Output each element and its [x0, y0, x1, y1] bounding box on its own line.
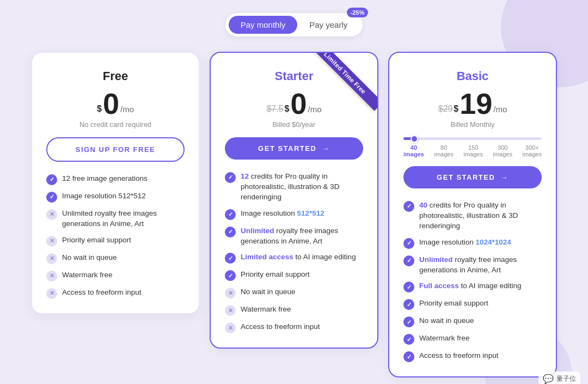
list-item: ✓ 12 free image generations [46, 174, 185, 185]
watermark-icon: 💬 [543, 374, 554, 384]
discount-badge: -25% [347, 8, 369, 17]
arrow-icon: → [322, 144, 330, 153]
arrow-icon: → [500, 173, 509, 181]
basic-plan-card: Basic $29 $ 19 /mo Billed Monthly 40imag… [388, 52, 557, 377]
feature-text: Image resolution 512*512 [241, 209, 324, 219]
free-plan-name: Free [46, 69, 185, 83]
feature-text: No wait in queue [419, 316, 474, 326]
list-item: ✓ 40 credits for Pro quality in photorea… [403, 200, 542, 231]
check-icon: ✓ [46, 174, 57, 185]
free-currency: $ [97, 104, 102, 114]
pricing-cards: Free $ 0 /mo No credit card required SIG… [16, 52, 572, 377]
list-item: ✓ Unlimited royalty free images generati… [403, 255, 542, 276]
list-item: ✓ Access to freeform input [403, 351, 542, 362]
list-item: ✕ Priority email support [46, 235, 185, 247]
list-item: ✓ Priority email support [403, 298, 542, 310]
free-feature-list: ✓ 12 free image generations ✓ Image reso… [46, 174, 185, 299]
cross-icon: ✕ [225, 305, 236, 316]
basic-amount: 19 [460, 89, 492, 118]
basic-plan-name: Basic [403, 69, 542, 83]
slider-thumb[interactable] [411, 135, 418, 143]
list-item: ✓ Limited access to AI image editing [225, 252, 363, 264]
feature-text: No wait in queue [241, 287, 296, 297]
feature-text: Full access to AI image editing [419, 281, 522, 291]
starter-cta-button[interactable]: GET STARTED → [225, 137, 363, 160]
feature-text: Access to freeform input [419, 351, 499, 361]
free-plan-card: Free $ 0 /mo No credit card required SIG… [31, 52, 200, 314]
basic-currency: $ [454, 104, 458, 114]
list-item: ✓ Full access to AI image editing [403, 281, 542, 292]
free-period: /mo [120, 105, 134, 114]
starter-cta-label: GET STARTED [258, 144, 316, 153]
basic-price-row: $29 $ 19 /mo [403, 89, 542, 118]
list-item: ✕ No wait in queue [225, 287, 363, 298]
list-item: ✕ Watermark free [46, 270, 185, 282]
slider-label-300: 300images [493, 144, 512, 157]
check-icon: ✓ [403, 238, 414, 249]
check-icon: ✓ [403, 316, 414, 327]
list-item: ✕ Unlimited royalty free images generati… [46, 209, 185, 229]
starter-amount: 0 [290, 89, 307, 118]
check-icon: ✓ [403, 334, 414, 345]
feature-text: Priority email support [62, 235, 131, 246]
starter-plan-name: Starter [225, 69, 363, 83]
basic-period: /mo [493, 105, 507, 114]
monthly-toggle-btn[interactable]: Pay monthly [229, 16, 298, 34]
list-item: ✓ 12 credits for Pro quality in photorea… [225, 172, 363, 203]
list-item: ✓ Image resolution 1024*1024 [403, 237, 542, 249]
free-cta-button[interactable]: SIGN UP FOR FREE [46, 137, 185, 162]
cross-icon: ✕ [46, 209, 57, 220]
starter-feature-list: ✓ 12 credits for Pro quality in photorea… [225, 172, 363, 333]
check-icon: ✓ [225, 253, 236, 264]
basic-billed: Billed Monthly [403, 120, 542, 129]
cross-icon: ✕ [46, 236, 57, 247]
basic-cta-button[interactable]: GET STARTED → [403, 166, 542, 188]
cross-icon: ✕ [46, 288, 57, 299]
list-item: ✓ Priority email support [225, 270, 363, 281]
feature-text: 40 credits for Pro quality in photoreali… [419, 200, 542, 231]
basic-old-price: $29 [438, 104, 453, 114]
feature-text: No wait in queue [62, 253, 117, 263]
check-icon: ✓ [225, 209, 236, 220]
starter-billed: Billed $0/year [225, 120, 363, 129]
slider-labels: 40images 80images 150images 300images 30… [403, 144, 542, 157]
cross-icon: ✕ [225, 322, 236, 333]
check-icon: ✓ [225, 270, 236, 281]
free-amount: 0 [103, 89, 119, 118]
feature-text: Watermark free [62, 270, 113, 281]
feature-text: Unlimited royalty free images generation… [241, 226, 363, 247]
feature-text: Priority email support [241, 270, 310, 280]
cross-icon: ✕ [46, 253, 57, 264]
feature-text: Watermark free [241, 304, 291, 315]
feature-text: Image resolution 1024*1024 [419, 237, 511, 248]
basic-feature-list: ✓ 40 credits for Pro quality in photorea… [403, 200, 542, 362]
cross-icon: ✕ [225, 288, 236, 298]
feature-text: Unlimited royalty free images generation… [62, 209, 185, 229]
list-item: ✕ No wait in queue [46, 253, 185, 264]
list-item: ✓ Image resolution 512*512 [225, 209, 363, 220]
slider-label-150: 150images [463, 144, 482, 157]
yearly-toggle-btn[interactable]: Pay yearly [297, 16, 359, 34]
check-icon: ✓ [403, 201, 414, 212]
slider-label-40: 40images [403, 144, 424, 157]
check-icon: ✓ [46, 192, 57, 203]
check-icon: ✓ [225, 227, 236, 237]
starter-old-price: $7.5 [266, 104, 283, 114]
feature-text: Access to freeform input [62, 288, 142, 298]
check-icon: ✓ [403, 351, 414, 362]
watermark-badge: 💬 量子位 [538, 371, 580, 384]
feature-text: 12 credits for Pro quality in photoreali… [241, 172, 363, 203]
feature-text: Image resolution 512*512 [62, 191, 146, 202]
list-item: ✕ Watermark free [225, 304, 363, 316]
basic-cta-label: GET STARTED [437, 173, 495, 181]
slider-track [403, 137, 542, 140]
starter-period: /mo [308, 105, 322, 114]
free-price-row: $ 0 /mo [46, 89, 185, 118]
image-count-slider[interactable]: 40images 80images 150images 300images 30… [403, 137, 542, 157]
check-icon: ✓ [225, 172, 236, 183]
list-item: ✕ Access to freeform input [225, 322, 363, 333]
watermark-label: 量子位 [556, 374, 576, 383]
free-subtitle: No credit card required [46, 120, 185, 129]
starter-currency: $ [285, 104, 290, 114]
billing-toggle: Pay monthly Pay yearly -25% [225, 13, 363, 36]
